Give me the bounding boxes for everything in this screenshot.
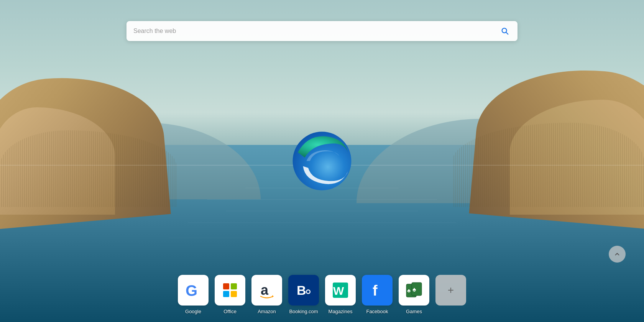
ripple-4: [188, 222, 456, 223]
shortcut-games-label: Games: [406, 309, 422, 314]
svg-line-1: [506, 32, 508, 34]
shortcut-amazon-label: Amazon: [258, 309, 276, 314]
ripple-2: [207, 199, 437, 200]
shortcut-google-label: Google: [185, 309, 201, 314]
chevron-up-icon: [614, 251, 621, 258]
add-shortcut-button[interactable]: +: [435, 275, 466, 306]
search-icon: [501, 27, 509, 35]
shortcut-magazines-icon: W: [325, 275, 356, 306]
shortcut-facebook-label: Facebook: [366, 309, 388, 314]
shortcut-games-icon: ♠ ♣: [399, 275, 429, 306]
svg-text:G: G: [186, 282, 197, 299]
shortcut-amazon-icon: a: [251, 275, 282, 306]
shortcut-games[interactable]: ♠ ♣ Games: [399, 275, 429, 314]
scroll-up-button[interactable]: [609, 246, 626, 263]
edge-logo: [288, 127, 356, 196]
svg-text:♠: ♠: [412, 286, 416, 293]
shortcut-google[interactable]: G Google: [178, 275, 209, 314]
shortcut-booking-icon: B: [288, 275, 319, 306]
shortcut-office-icon: [215, 275, 245, 306]
svg-rect-4: [223, 283, 229, 289]
shortcut-facebook[interactable]: f Facebook: [362, 275, 393, 314]
svg-rect-6: [223, 291, 229, 297]
search-container: [127, 21, 518, 41]
svg-text:B: B: [297, 283, 306, 297]
quick-links: G Google Office a Amazon: [178, 275, 466, 314]
shortcut-facebook-icon: f: [362, 275, 393, 306]
shortcut-booking-label: Booking.com: [289, 309, 318, 314]
add-icon: +: [448, 284, 454, 296]
svg-text:W: W: [333, 284, 344, 297]
svg-text:a: a: [261, 282, 269, 298]
svg-rect-7: [231, 291, 237, 297]
search-button[interactable]: [499, 25, 511, 37]
add-shortcut-item[interactable]: +: [435, 275, 466, 314]
shortcut-office-label: Office: [223, 309, 237, 314]
shortcut-google-icon: G: [178, 275, 209, 306]
shortcut-magazines-label: Magazines: [329, 309, 353, 314]
shortcut-amazon[interactable]: a Amazon: [251, 275, 282, 314]
svg-text:♣: ♣: [407, 288, 411, 294]
shortcut-magazines[interactable]: W Magazines: [325, 275, 356, 314]
search-bar: [127, 21, 518, 41]
svg-point-12: [307, 291, 310, 293]
shortcut-booking[interactable]: B Booking.com: [288, 275, 319, 314]
svg-rect-5: [231, 283, 237, 289]
ripple-5: [169, 238, 475, 238]
search-input[interactable]: [133, 28, 499, 34]
svg-text:f: f: [373, 283, 378, 299]
shortcut-office[interactable]: Office: [215, 275, 245, 314]
svg-marker-9: [272, 295, 274, 297]
ripple-3: [226, 211, 418, 211]
